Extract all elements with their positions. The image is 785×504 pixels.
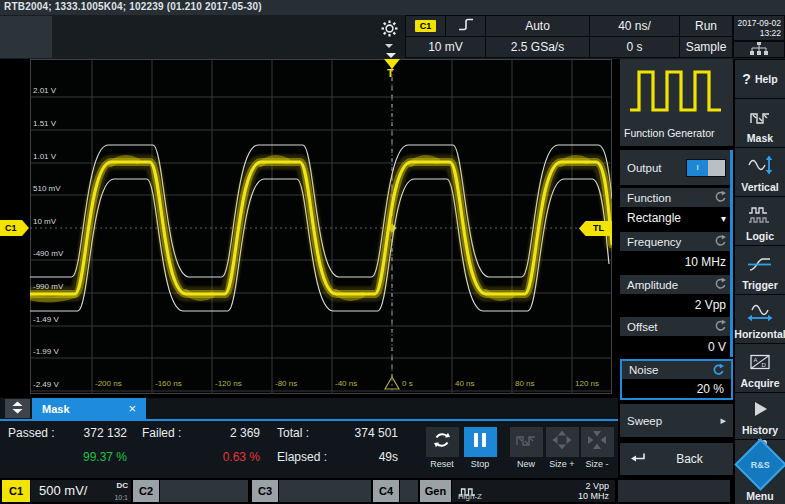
frequency-row[interactable]: Frequency [620,232,733,251]
nav-menu[interactable]: R&S Menu [735,439,785,504]
refresh-icon[interactable] [713,319,726,334]
extra-slot[interactable] [618,480,730,502]
noise-field[interactable]: 20 % [622,379,731,398]
refresh-icon[interactable] [713,234,726,249]
passed-label: Passed : [8,426,55,440]
size-minus-button[interactable]: Size - [572,427,622,469]
trigger-marker-label: T [387,67,394,79]
output-toggle[interactable]: I [686,159,726,177]
stop-button[interactable]: Stop [455,427,505,469]
trigger-level-cell[interactable]: 10 mV [405,36,486,58]
panel-collapse-button[interactable] [5,399,30,418]
nav-trigger[interactable]: Trigger [735,245,785,294]
frequency-value: 10 MHz [685,255,726,269]
run-state-value: Run [695,19,717,33]
timebase-value: 40 ns/ [618,19,651,33]
nav-vertical[interactable]: Vertical [735,147,785,196]
reset-label: Reset [430,459,454,469]
toggle-on-mark: I [687,160,708,176]
device-info: RTB2004; 1333.1005K04; 102239 (01.210 20… [4,1,262,12]
waveform-svg [30,59,612,394]
oscilloscope-screen: RTB2004; 1333.1005K04; 102239 (01.210 20… [0,0,785,504]
sweep-row[interactable]: Sweep ▸ [620,404,733,437]
svg-text:A: A [754,357,758,363]
mask-tab[interactable]: Mask × [32,398,146,419]
failed-percent: 0.63 % [190,450,260,464]
frequency-field[interactable]: 10 MHz [620,251,733,273]
trigger-slope-cell[interactable] [445,15,486,37]
passed-value: 372 132 [57,426,127,440]
close-icon[interactable]: × [128,401,136,416]
offset-row[interactable]: Offset [620,317,733,336]
total-value: 374 501 [328,426,398,440]
toggle-knob [708,160,725,176]
back-label: Back [676,452,703,466]
generator-settings[interactable]: High-Z 2 Vpp 10 MHz [452,480,615,502]
sweep-label: Sweep [627,415,662,427]
amplitude-row[interactable]: Amplitude [620,275,733,294]
channel4-badge[interactable]: C4 [373,480,399,502]
channel3-slot[interactable] [279,480,371,502]
nav-mask[interactable]: Mask [735,98,785,147]
rising-edge-icon [457,17,475,35]
channel1-level-marker[interactable]: C1 [0,220,29,236]
nav-horizontal[interactable]: Horizontal [735,294,785,343]
logic-icon [747,206,773,228]
arrows-in-icon [587,430,607,454]
gen-frequency: 10 MHz [578,491,609,501]
mask-results-panel: Passed : 372 132 Failed : 2 369 Total : … [0,421,618,478]
trigger-mode-value: Auto [525,19,550,33]
size-plus-label: Size + [549,459,574,469]
refresh-icon-active[interactable] [711,363,724,378]
trigger-time-marker[interactable] [385,377,399,389]
amplitude-field[interactable]: 2 Vpp [620,294,733,316]
horizontal-position-cell[interactable]: 0 s [589,36,680,58]
trigger-level-marker[interactable]: TL [579,221,612,236]
channel-bar: C1 500 mV/ DC 10:1 C2 C3 C4 Gen High-Z 2… [0,478,733,504]
new-mask-label: New [517,459,535,469]
refresh-icon[interactable] [713,190,726,205]
refresh-icon[interactable] [713,277,726,292]
waveform-display[interactable]: 2.01 V 1.51 V 1.01 V 510 mV 10 mV -490 m… [30,59,612,394]
acquisition-mode-value: Sample [686,40,727,54]
channel3-badge[interactable]: C3 [252,480,278,502]
output-row[interactable]: Output I [620,150,733,185]
function-row[interactable]: Function [620,188,733,207]
mask-icon [748,108,772,130]
noise-row[interactable]: Noise [622,361,731,379]
settings-button[interactable] [374,20,404,50]
chevron-down-icon [385,44,393,48]
nav-logic[interactable]: Logic [735,196,785,245]
noise-group-selected[interactable]: Noise 20 % [620,359,733,400]
generator-badge[interactable]: Gen [420,480,451,502]
gen-amplitude: 2 Vpp [585,481,609,491]
horizontal-position-value: 0 s [626,40,642,54]
title-bar: RTB2004; 1333.1005K04; 102239 (01.210 20… [0,0,785,16]
rs-logo: R&S [734,438,785,490]
timebase-cell[interactable]: 40 ns/ [589,15,680,37]
run-state-cell[interactable]: Run [679,15,733,37]
channel1-badge[interactable]: C1 [2,480,30,502]
back-arrow-icon [630,450,646,468]
trigger-source-badge: C1 [415,20,437,32]
channel1-settings[interactable]: 500 mV/ DC 10:1 [31,480,131,502]
trigger-mode-cell[interactable]: Auto [485,15,590,37]
back-button[interactable]: Back [620,443,733,475]
failed-label: Failed : [142,426,181,440]
sample-rate-value: 2.5 GSa/s [511,40,564,54]
sample-rate-cell[interactable]: 2.5 GSa/s [485,36,590,58]
stop-label: Stop [471,459,490,469]
sidebar-scrollbar[interactable] [730,150,733,357]
channel4-slot[interactable] [400,480,418,502]
offset-field[interactable]: 0 V [620,336,733,358]
nav-history[interactable]: History [735,392,785,439]
function-select[interactable]: Rectangle ▾ [620,207,733,229]
acquisition-mode-cell[interactable]: Sample [679,36,733,58]
nav-acquire[interactable]: AD Acquire [735,343,785,392]
trigger-source-cell[interactable]: C1 [405,15,446,37]
channel2-slot[interactable] [160,480,248,502]
amplitude-label: Amplitude [627,279,678,291]
channel2-badge[interactable]: C2 [133,480,159,502]
network-status[interactable] [733,41,785,58]
nav-help[interactable]: ? Help [735,59,785,98]
